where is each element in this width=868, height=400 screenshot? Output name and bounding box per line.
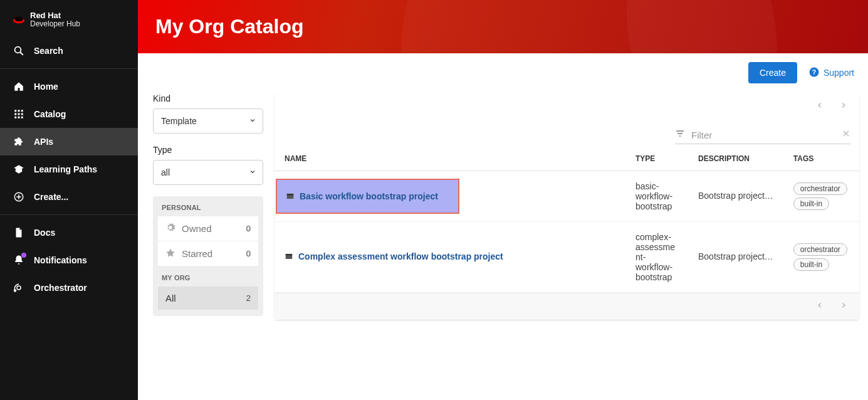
prev-page-button[interactable] bbox=[810, 98, 829, 115]
kind-label: Kind bbox=[153, 93, 263, 103]
divider bbox=[0, 68, 138, 69]
filter-panel: Kind Template Type all PERSONAL bbox=[153, 93, 263, 316]
svg-text:?: ? bbox=[812, 68, 816, 75]
chevron-down-icon bbox=[249, 167, 256, 177]
kind-select[interactable]: Template bbox=[153, 108, 263, 134]
plus-circle-icon bbox=[13, 191, 25, 203]
support-label: Support bbox=[824, 68, 854, 78]
svg-rect-12 bbox=[21, 116, 23, 118]
sidebar-item-label: APIs bbox=[34, 137, 53, 147]
owned-label: Owned bbox=[182, 223, 212, 234]
prev-page-button[interactable] bbox=[810, 298, 829, 315]
brand-logo: Red Hat Developer Hub bbox=[0, 0, 138, 37]
filter-owned[interactable]: Owned 0 bbox=[158, 216, 258, 241]
search-icon bbox=[13, 45, 25, 57]
entity-name-link[interactable]: Basic workflow bootstrap project bbox=[276, 179, 459, 214]
sidebar-item-docs[interactable]: Docs bbox=[0, 219, 138, 246]
doc-icon bbox=[13, 226, 25, 239]
sidebar-item-label: Learning Paths bbox=[34, 164, 97, 174]
sidebar-search[interactable]: Search bbox=[0, 37, 138, 65]
next-page-button[interactable] bbox=[834, 98, 853, 115]
divider bbox=[0, 214, 138, 215]
svg-rect-11 bbox=[18, 116, 20, 118]
col-tags[interactable]: TAGS bbox=[783, 145, 859, 171]
tag-chip[interactable]: built-in bbox=[793, 258, 829, 271]
catalog-table: NAME TYPE DESCRIPTION TAGS Basic workflo… bbox=[275, 145, 859, 293]
svg-point-17 bbox=[14, 290, 16, 292]
next-page-button[interactable] bbox=[834, 298, 853, 315]
chevron-down-icon bbox=[249, 116, 256, 126]
sidebar-item-label: Home bbox=[34, 82, 58, 92]
tag-chip[interactable]: orchestrator bbox=[793, 243, 847, 256]
gear-icon bbox=[165, 223, 175, 234]
svg-rect-7 bbox=[14, 113, 16, 115]
support-link[interactable]: ? Support bbox=[808, 66, 854, 80]
svg-rect-23 bbox=[287, 194, 294, 195]
brand-top: Red Hat bbox=[30, 11, 80, 19]
svg-rect-4 bbox=[14, 110, 16, 112]
owned-count: 0 bbox=[246, 224, 251, 233]
col-description[interactable]: DESCRIPTION bbox=[688, 145, 783, 171]
filter-all[interactable]: All 2 bbox=[158, 287, 258, 310]
sidebar-item-orchestrator[interactable]: Orchestrator bbox=[0, 274, 138, 302]
svg-rect-6 bbox=[21, 110, 23, 112]
svg-rect-25 bbox=[286, 254, 293, 255]
col-type[interactable]: TYPE bbox=[625, 145, 688, 171]
col-name[interactable]: NAME bbox=[275, 145, 625, 171]
page-header: My Org Catalog bbox=[138, 0, 868, 53]
school-icon bbox=[13, 163, 25, 176]
filter-starred[interactable]: Starred 0 bbox=[158, 241, 258, 266]
type-label: Type bbox=[153, 145, 263, 155]
template-icon bbox=[286, 192, 295, 201]
entity-description: Bootstrap project… bbox=[698, 191, 773, 201]
myorg-header: MY ORG bbox=[158, 273, 258, 287]
brand-sub: Developer Hub bbox=[30, 19, 80, 29]
sidebar-item-learning[interactable]: Learning Paths bbox=[0, 155, 138, 183]
home-icon bbox=[13, 80, 25, 93]
main-area: My Org Catalog Create ? Support Kind Tem… bbox=[138, 0, 868, 400]
table-row: Complex assessment workflow bootstrap pr… bbox=[275, 222, 859, 293]
svg-line-3 bbox=[20, 52, 23, 55]
sidebar-search-label: Search bbox=[34, 46, 63, 56]
table-bottom-pager bbox=[275, 293, 859, 320]
sidebar-item-label: Catalog bbox=[34, 109, 66, 119]
clear-icon[interactable] bbox=[842, 129, 850, 140]
svg-rect-10 bbox=[14, 116, 16, 118]
filter-icon bbox=[675, 129, 685, 141]
sidebar-item-label: Orchestrator bbox=[34, 283, 87, 293]
help-icon: ? bbox=[808, 66, 820, 80]
entity-type: basic-workflow-bootstrap bbox=[635, 181, 678, 211]
action-row: Create ? Support bbox=[138, 53, 868, 83]
filter-input[interactable] bbox=[691, 130, 835, 140]
starred-count: 0 bbox=[246, 249, 251, 258]
type-select[interactable]: all bbox=[153, 160, 263, 185]
tag-chip[interactable]: built-in bbox=[793, 197, 829, 210]
sidebar-item-apis[interactable]: APIs bbox=[0, 128, 138, 155]
svg-point-16 bbox=[17, 286, 21, 290]
entity-description: Bootstrap project… bbox=[698, 251, 773, 261]
entity-name-link[interactable]: Complex assessment workflow bootstrap pr… bbox=[285, 251, 503, 261]
sidebar: Red Hat Developer Hub Search Home Catalo… bbox=[0, 0, 138, 400]
bell-icon bbox=[13, 254, 25, 266]
table-panel: NAME TYPE DESCRIPTION TAGS Basic workflo… bbox=[275, 93, 859, 320]
create-button[interactable]: Create bbox=[748, 62, 797, 83]
sidebar-item-home[interactable]: Home bbox=[0, 73, 138, 100]
page-title: My Org Catalog bbox=[155, 15, 303, 38]
svg-rect-9 bbox=[21, 113, 23, 115]
entity-type: complex-assessment-workflow-bootstrap bbox=[635, 232, 678, 282]
sidebar-item-notifications[interactable]: Notifications bbox=[0, 246, 138, 274]
kind-value: Template bbox=[161, 116, 197, 126]
svg-rect-5 bbox=[18, 110, 20, 112]
sidebar-item-create[interactable]: Create... bbox=[0, 183, 138, 211]
puzzle-icon bbox=[13, 135, 25, 148]
sidebar-item-catalog[interactable]: Catalog bbox=[0, 100, 138, 128]
sidebar-item-label: Create... bbox=[34, 192, 68, 202]
starred-label: Starred bbox=[182, 248, 212, 259]
template-icon bbox=[285, 252, 293, 261]
tag-chip[interactable]: orchestrator bbox=[793, 182, 847, 195]
entity-name: Complex assessment workflow bootstrap pr… bbox=[298, 251, 503, 261]
table-filter[interactable] bbox=[675, 126, 850, 144]
personal-header: PERSONAL bbox=[158, 203, 258, 216]
personal-card: PERSONAL Owned 0 Starred 0 bbox=[153, 196, 263, 316]
grid-icon bbox=[13, 108, 25, 120]
